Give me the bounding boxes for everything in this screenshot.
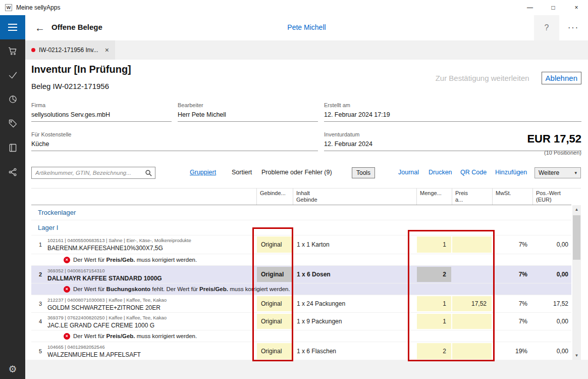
col-rownum xyxy=(31,188,44,205)
tabbar: IW-0212-171956 Inv... × xyxy=(25,40,588,60)
col-mwst[interactable]: MwSt. xyxy=(492,188,532,205)
gebinde-cell[interactable]: Original xyxy=(256,342,293,360)
search-input[interactable] xyxy=(32,167,155,178)
drucken-link[interactable]: Drucken xyxy=(429,169,452,176)
menge-cell[interactable]: 1 xyxy=(416,313,452,330)
more-button[interactable]: ··· xyxy=(561,15,586,40)
sidebar-item-statistics[interactable] xyxy=(0,88,25,112)
erstellt-value: 12. Februar 2024 17:19 xyxy=(324,111,390,118)
error-text: Der Wert für Preis/Geb. muss korrigiert … xyxy=(73,257,197,263)
scroll-down-icon[interactable]: ▼ xyxy=(572,351,581,360)
minimize-button[interactable]: — xyxy=(518,0,542,15)
sidebar-item-settings[interactable]: ⚙ xyxy=(0,360,25,378)
group-row-lager-i[interactable]: Lager I xyxy=(31,220,571,235)
bearbeiter-label: Bearbeiter xyxy=(178,102,203,108)
maximize-button[interactable]: □ xyxy=(542,0,565,15)
sortiert-link[interactable]: Sortiert xyxy=(232,169,252,176)
table-row-3[interactable]: 3 212237 | 04008071030083 | Kaffee | Kaf… xyxy=(31,295,571,313)
journal-link[interactable]: Journal xyxy=(398,169,419,176)
preis-cell[interactable] xyxy=(452,266,492,283)
inhalt-cell: 1 x 6 Dosen xyxy=(293,266,416,283)
hamburger-menu-button[interactable] xyxy=(0,15,25,39)
window-title: Meine sellyApps xyxy=(16,4,60,11)
menge-cell[interactable]: 2 xyxy=(416,266,452,283)
row-name: DALLMAYR KAFFEE STANDARD 1000G xyxy=(47,274,253,282)
preis-cell[interactable]: 17,52 xyxy=(452,295,492,312)
preis-cell[interactable] xyxy=(452,342,492,360)
scrollbar-thumb[interactable] xyxy=(573,215,580,260)
col-wert[interactable]: Pos.-Wert (EUR) xyxy=(532,188,571,205)
col-gebinde[interactable]: Gebinde... xyxy=(256,188,293,205)
gebinde-cell[interactable]: Original xyxy=(256,313,293,330)
gruppiert-link[interactable]: Gruppiert xyxy=(190,169,216,176)
col-menge[interactable]: Menge... xyxy=(416,188,452,205)
row-name: BAERENM.KAFFEESAHNE10%300X7,5G xyxy=(47,244,253,252)
error-message: × Der Wert für Buchungskonto fehlt. Der … xyxy=(44,283,571,295)
footer-bar xyxy=(25,360,588,379)
table-row-4[interactable]: 4 369379 | 07622400820250 | Kaffee | Kaf… xyxy=(31,313,571,330)
table-row-2-selected[interactable]: 2 369352 | 04008167154310 DALLMAYR KAFFE… xyxy=(31,266,571,283)
tab-label: IW-0212-171956 Inv... xyxy=(39,46,98,54)
table-row-1[interactable]: 1 102161 | 04005500683513 | Sahne | Eier… xyxy=(31,235,571,254)
bearbeiter-underline xyxy=(178,121,318,122)
vertical-scrollbar[interactable]: ▲ ▼ xyxy=(572,205,581,360)
preis-cell[interactable] xyxy=(452,235,492,254)
reject-button[interactable]: Ablehnen xyxy=(542,72,581,84)
firma-value: sellysolutions Serv.ges.mbH xyxy=(31,111,110,118)
group-row-trockenlager[interactable]: Trockenlager xyxy=(31,205,571,220)
kostenstelle-value: Küche xyxy=(31,140,49,148)
back-button[interactable]: ← xyxy=(32,21,47,35)
sidebar-item-documents[interactable] xyxy=(0,136,25,161)
table-row-5[interactable]: 5 104665 | 04012982052546 WALZENMUEHLE M… xyxy=(31,342,571,360)
row-meta: 212237 | 04008071030083 | Kaffee | Kaffe… xyxy=(47,297,253,303)
menge-cell[interactable]: 2 xyxy=(416,342,452,360)
search-icon[interactable] xyxy=(145,169,152,177)
titlebar: W Meine sellyApps — □ × xyxy=(0,0,588,15)
row-meta: 104665 | 04012982052546 xyxy=(47,344,253,350)
gebinde-cell[interactable]: Original xyxy=(256,295,293,312)
forward-button[interactable]: Zur Bestätigung weiterleiten xyxy=(436,74,529,82)
gebinde-value: Original xyxy=(257,296,292,311)
close-button[interactable]: × xyxy=(565,0,588,15)
col-preis[interactable]: Preis a... xyxy=(452,188,492,205)
help-button[interactable]: ? xyxy=(534,15,559,40)
error-row-2: × Der Wert für Buchungskonto fehlt. Der … xyxy=(31,283,571,295)
unsaved-dot-icon xyxy=(31,48,35,52)
inventurdatum-underline xyxy=(324,151,581,151)
hinzufuegen-link[interactable]: Hinzufügen xyxy=(495,169,527,176)
probleme-link[interactable]: Probleme oder Fehler (9) xyxy=(261,169,332,176)
error-icon: × xyxy=(64,257,70,263)
inhalt-cell: 1 x 24 Packungen xyxy=(293,295,416,312)
wert-cell: 17,52 xyxy=(532,295,571,312)
tab-close-icon[interactable]: × xyxy=(105,46,109,54)
error-message: × Der Wert für Preis/Geb. muss korrigier… xyxy=(44,254,571,265)
pie-chart-icon xyxy=(8,94,18,107)
preis-value xyxy=(452,267,492,282)
menge-cell[interactable]: 1 xyxy=(416,235,452,254)
gebinde-cell[interactable]: Original xyxy=(256,266,293,283)
document-tab[interactable]: IW-0212-171956 Inv... × xyxy=(25,40,115,60)
weitere-dropdown[interactable]: Weitere ▾ xyxy=(534,167,581,178)
row-name: WALZENMUEHLE M.APFELSAFT xyxy=(47,351,253,359)
error-icon: × xyxy=(64,333,70,340)
sidebar-item-share[interactable] xyxy=(0,161,25,185)
wert-cell: 0,00 xyxy=(532,266,571,283)
window-controls: — □ × xyxy=(518,0,588,15)
chevron-down-icon: ▾ xyxy=(574,170,577,175)
page-title: Offene Belege xyxy=(51,23,102,31)
menge-value: 2 xyxy=(417,343,451,359)
total-amount: EUR 17,52 xyxy=(527,132,581,146)
menge-cell[interactable]: 1 xyxy=(416,295,452,312)
scroll-up-icon[interactable]: ▲ xyxy=(572,205,581,214)
book-icon xyxy=(8,143,18,155)
preis-cell[interactable] xyxy=(452,313,492,330)
tools-button[interactable]: Tools xyxy=(352,167,375,178)
qr-code-link[interactable]: QR Code xyxy=(460,169,487,176)
sidebar-item-tasks[interactable] xyxy=(0,64,25,88)
mwst-cell: 7% xyxy=(492,313,532,330)
document-title: Inventur [In Prüfung] xyxy=(31,64,131,75)
sidebar-item-labels[interactable] xyxy=(0,112,25,136)
col-inhalt[interactable]: Inhalt Gebinde xyxy=(293,188,416,205)
sidebar-item-cart[interactable] xyxy=(0,39,25,64)
gebinde-cell[interactable]: Original xyxy=(256,235,293,254)
